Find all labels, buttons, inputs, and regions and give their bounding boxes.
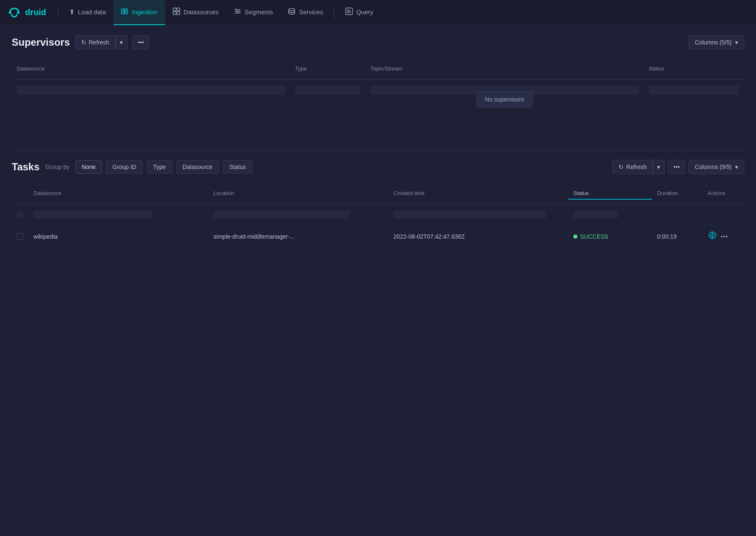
th-checkbox-col xyxy=(12,187,28,200)
supervisor-placeholder-row-1: No supervisors xyxy=(12,80,744,101)
task-datasource-wikipedia: wikipedia xyxy=(28,229,208,244)
tasks-refresh-button[interactable]: ↻ Refresh xyxy=(612,160,652,174)
task-duration-wikipedia: 0:00:19 xyxy=(652,229,702,244)
task-location-wikipedia: simple-druid-middlemanager-... xyxy=(208,229,388,244)
th-actions: Actions xyxy=(702,187,744,200)
nav-divider-2 xyxy=(334,6,334,19)
status-placeholder xyxy=(573,211,618,219)
tasks-refresh-icon: ↻ xyxy=(619,164,624,170)
section-divider xyxy=(12,151,744,151)
task-more-dots-button[interactable]: ••• xyxy=(721,233,728,240)
cell-bar-2 xyxy=(295,86,360,95)
no-supervisors-text: No supervisors xyxy=(485,96,524,103)
task-status-text-wikipedia: SUCCESS xyxy=(580,233,608,240)
group-btn-group-id[interactable]: Group ID xyxy=(106,160,142,174)
nav-item-load-data[interactable]: ⬆ Load data xyxy=(62,0,114,25)
group-btn-status[interactable]: Status xyxy=(223,160,252,174)
task-empty-row-4 xyxy=(12,323,744,349)
nav-item-segments[interactable]: Segments xyxy=(226,0,281,25)
task-empty-row-3 xyxy=(12,298,744,323)
group-by-label: Group by xyxy=(45,164,70,170)
datasource-placeholder xyxy=(34,211,153,219)
svg-point-1 xyxy=(17,11,20,14)
task-view-icon[interactable] xyxy=(707,230,717,242)
checkbox-placeholder xyxy=(17,211,23,218)
th-topic-stream: Topic/Stream xyxy=(365,62,644,75)
svg-rect-6 xyxy=(173,8,176,11)
task-checkbox-wikipedia[interactable] xyxy=(17,233,23,240)
tasks-columns-label: Columns (9/9) xyxy=(695,164,732,170)
group-btn-none[interactable]: None xyxy=(75,160,102,174)
refresh-icon: ↻ xyxy=(81,39,86,46)
refresh-button-group: ↻ Refresh ▾ xyxy=(75,35,127,49)
task-actions-wikipedia: ••• xyxy=(702,226,744,247)
nav-item-datasources[interactable]: Datasources xyxy=(165,0,226,25)
supervisors-title: Supervisors xyxy=(12,36,70,48)
task-empty-row-2 xyxy=(12,273,744,298)
nav-item-query[interactable]: Query xyxy=(338,0,381,25)
app-logo[interactable]: druid xyxy=(7,5,46,20)
svg-point-22 xyxy=(711,234,714,237)
time-placeholder xyxy=(394,211,546,219)
cell-bar-1 xyxy=(17,86,285,95)
nav-item-ingestion[interactable]: Ingestion xyxy=(114,0,165,25)
tasks-chevron-icon: ▾ xyxy=(657,164,660,170)
supervisors-refresh-button[interactable]: ↻ Refresh xyxy=(75,35,115,49)
tasks-table: Datasource Location Created time Status … xyxy=(12,182,744,349)
status-dot-success xyxy=(573,234,577,239)
nav-divider xyxy=(58,6,58,19)
group-btn-type[interactable]: Type xyxy=(147,160,172,174)
th-created-time: Created time xyxy=(388,187,568,200)
location-placeholder xyxy=(213,211,349,219)
task-created-time-wikipedia: 2022-08-02T07:42:47.638Z xyxy=(388,229,568,244)
svg-point-16 xyxy=(289,8,295,11)
main-content: Supervisors ↻ Refresh ▾ ••• Columns (5/5… xyxy=(0,25,756,359)
load-data-icon: ⬆ xyxy=(69,8,75,16)
tasks-columns-chevron-icon: ▾ xyxy=(735,164,738,170)
svg-rect-7 xyxy=(177,8,180,11)
supervisors-more-button[interactable]: ••• xyxy=(132,35,150,49)
no-supervisors-tooltip: No supervisors xyxy=(476,91,533,107)
supervisors-refresh-dropdown[interactable]: ▾ xyxy=(115,35,127,49)
th-type: Type xyxy=(290,62,365,75)
logo-text: druid xyxy=(25,8,46,17)
tasks-refresh-label: Refresh xyxy=(626,164,647,170)
task-placeholder-row xyxy=(12,204,744,225)
supervisors-table-header: Datasource Type Topic/Stream Status xyxy=(12,58,744,80)
nav-item-datasources-label: Datasources xyxy=(184,8,219,16)
tasks-table-header: Datasource Location Created time Status … xyxy=(12,182,744,204)
tasks-more-button[interactable]: ••• xyxy=(668,160,685,174)
tasks-title: Tasks xyxy=(12,161,39,173)
th-tasks-datasource: Datasource xyxy=(28,187,208,200)
tasks-header: Tasks Group by None Group ID Type Dataso… xyxy=(12,160,744,174)
supervisors-header: Supervisors ↻ Refresh ▾ ••• Columns (5/5… xyxy=(12,35,744,49)
nav-item-services-label: Services xyxy=(299,8,323,16)
query-icon xyxy=(345,8,353,17)
svg-rect-9 xyxy=(177,12,180,15)
th-datasource: Datasource xyxy=(12,62,290,75)
svg-rect-8 xyxy=(173,12,176,15)
services-icon xyxy=(288,8,295,17)
task-status-wikipedia: SUCCESS xyxy=(568,229,652,244)
supervisors-columns-label: Columns (5/5) xyxy=(695,39,732,46)
nav-item-segments-label: Segments xyxy=(245,8,273,16)
supervisors-columns-button[interactable]: Columns (5/5) ▾ xyxy=(689,35,744,49)
more-icon: ••• xyxy=(138,39,144,46)
supervisors-placeholder-area: No supervisors xyxy=(12,80,744,143)
group-btn-datasource[interactable]: Datasource xyxy=(176,160,219,174)
supervisor-placeholder-row-2 xyxy=(12,101,744,122)
th-duration: Duration xyxy=(652,187,702,200)
nav-item-services[interactable]: Services xyxy=(280,0,331,25)
nav-item-query-label: Query xyxy=(356,8,373,16)
nav-item-ingestion-label: Ingestion xyxy=(132,8,158,16)
tasks-refresh-dropdown[interactable]: ▾ xyxy=(652,160,665,174)
th-tasks-status: Status xyxy=(568,187,652,200)
datasources-icon xyxy=(173,8,180,17)
tasks-columns-button[interactable]: Columns (9/9) ▾ xyxy=(689,160,744,174)
navbar: druid ⬆ Load data Ingestion Datasources xyxy=(0,0,756,25)
supervisors-refresh-label: Refresh xyxy=(89,39,109,46)
tasks-refresh-group: ↻ Refresh ▾ xyxy=(612,160,665,174)
task-row-wikipedia[interactable]: wikipedia simple-druid-middlemanager-...… xyxy=(12,225,744,248)
cell-bar-4 xyxy=(649,86,739,95)
th-status: Status xyxy=(644,62,744,75)
